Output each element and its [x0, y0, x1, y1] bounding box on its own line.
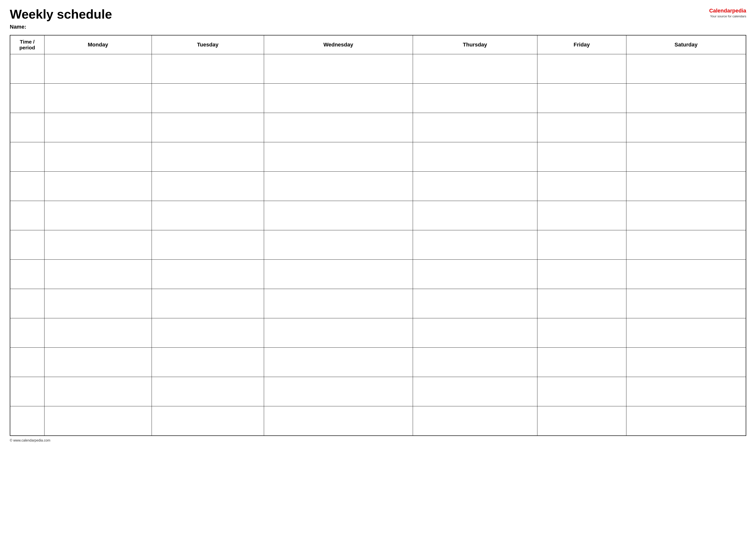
schedule-cell[interactable]	[264, 142, 413, 172]
schedule-cell[interactable]	[44, 172, 152, 201]
schedule-cell[interactable]	[413, 113, 537, 142]
schedule-cell[interactable]	[152, 142, 264, 172]
schedule-cell[interactable]	[264, 348, 413, 377]
schedule-cell[interactable]	[44, 406, 152, 436]
time-cell[interactable]	[10, 201, 44, 230]
schedule-cell[interactable]	[413, 142, 537, 172]
schedule-cell[interactable]	[264, 318, 413, 348]
schedule-cell[interactable]	[264, 54, 413, 84]
time-cell[interactable]	[10, 84, 44, 113]
schedule-cell[interactable]	[44, 230, 152, 260]
schedule-cell[interactable]	[413, 348, 537, 377]
schedule-cell[interactable]	[152, 289, 264, 318]
schedule-cell[interactable]	[537, 172, 626, 201]
schedule-cell[interactable]	[413, 377, 537, 406]
schedule-cell[interactable]	[44, 289, 152, 318]
schedule-cell[interactable]	[152, 318, 264, 348]
schedule-cell[interactable]	[152, 406, 264, 436]
table-row	[10, 318, 746, 348]
table-row	[10, 348, 746, 377]
schedule-cell[interactable]	[264, 377, 413, 406]
schedule-cell[interactable]	[537, 318, 626, 348]
logo-tagline: Your source for calendars	[709, 14, 746, 18]
time-cell[interactable]	[10, 289, 44, 318]
schedule-cell[interactable]	[413, 54, 537, 84]
table-row	[10, 113, 746, 142]
schedule-cell[interactable]	[44, 318, 152, 348]
schedule-cell[interactable]	[152, 54, 264, 84]
logo-container: Calendarpedia Your source for calendars	[709, 7, 746, 18]
schedule-cell[interactable]	[626, 230, 746, 260]
schedule-cell[interactable]	[264, 84, 413, 113]
time-cell[interactable]	[10, 260, 44, 289]
schedule-cell[interactable]	[413, 406, 537, 436]
schedule-cell[interactable]	[413, 289, 537, 318]
table-row	[10, 260, 746, 289]
schedule-cell[interactable]	[413, 201, 537, 230]
schedule-cell[interactable]	[626, 113, 746, 142]
time-cell[interactable]	[10, 348, 44, 377]
time-cell[interactable]	[10, 113, 44, 142]
schedule-cell[interactable]	[264, 172, 413, 201]
schedule-cell[interactable]	[537, 230, 626, 260]
time-cell[interactable]	[10, 230, 44, 260]
schedule-cell[interactable]	[413, 260, 537, 289]
schedule-cell[interactable]	[626, 406, 746, 436]
time-cell[interactable]	[10, 172, 44, 201]
time-cell[interactable]	[10, 54, 44, 84]
schedule-cell[interactable]	[537, 406, 626, 436]
schedule-cell[interactable]	[44, 54, 152, 84]
schedule-cell[interactable]	[537, 377, 626, 406]
table-row	[10, 84, 746, 113]
page-header: Weekly schedule Calendarpedia Your sourc…	[10, 7, 746, 21]
schedule-cell[interactable]	[44, 377, 152, 406]
time-cell[interactable]	[10, 318, 44, 348]
schedule-cell[interactable]	[44, 260, 152, 289]
time-cell[interactable]	[10, 142, 44, 172]
schedule-cell[interactable]	[537, 142, 626, 172]
schedule-cell[interactable]	[626, 142, 746, 172]
schedule-cell[interactable]	[537, 289, 626, 318]
schedule-cell[interactable]	[264, 201, 413, 230]
schedule-cell[interactable]	[413, 230, 537, 260]
schedule-cell[interactable]	[44, 142, 152, 172]
schedule-cell[interactable]	[152, 113, 264, 142]
schedule-cell[interactable]	[152, 172, 264, 201]
schedule-cell[interactable]	[152, 230, 264, 260]
schedule-cell[interactable]	[152, 260, 264, 289]
schedule-cell[interactable]	[44, 348, 152, 377]
schedule-cell[interactable]	[626, 201, 746, 230]
time-cell[interactable]	[10, 377, 44, 406]
schedule-cell[interactable]	[626, 84, 746, 113]
time-cell[interactable]	[10, 406, 44, 436]
col-header-friday: Friday	[537, 35, 626, 54]
schedule-cell[interactable]	[264, 289, 413, 318]
schedule-cell[interactable]	[413, 318, 537, 348]
schedule-cell[interactable]	[152, 348, 264, 377]
schedule-cell[interactable]	[413, 84, 537, 113]
schedule-cell[interactable]	[152, 377, 264, 406]
schedule-cell[interactable]	[626, 260, 746, 289]
schedule-cell[interactable]	[537, 201, 626, 230]
schedule-cell[interactable]	[264, 113, 413, 142]
schedule-cell[interactable]	[44, 201, 152, 230]
schedule-cell[interactable]	[537, 348, 626, 377]
schedule-cell[interactable]	[626, 348, 746, 377]
schedule-cell[interactable]	[626, 172, 746, 201]
schedule-cell[interactable]	[152, 84, 264, 113]
schedule-cell[interactable]	[626, 318, 746, 348]
schedule-cell[interactable]	[264, 406, 413, 436]
schedule-cell[interactable]	[44, 113, 152, 142]
schedule-cell[interactable]	[537, 260, 626, 289]
schedule-cell[interactable]	[537, 84, 626, 113]
schedule-cell[interactable]	[537, 54, 626, 84]
schedule-cell[interactable]	[626, 54, 746, 84]
schedule-cell[interactable]	[626, 377, 746, 406]
schedule-cell[interactable]	[537, 113, 626, 142]
schedule-cell[interactable]	[44, 84, 152, 113]
schedule-cell[interactable]	[264, 260, 413, 289]
schedule-cell[interactable]	[152, 201, 264, 230]
schedule-cell[interactable]	[626, 289, 746, 318]
schedule-cell[interactable]	[413, 172, 537, 201]
schedule-cell[interactable]	[264, 230, 413, 260]
